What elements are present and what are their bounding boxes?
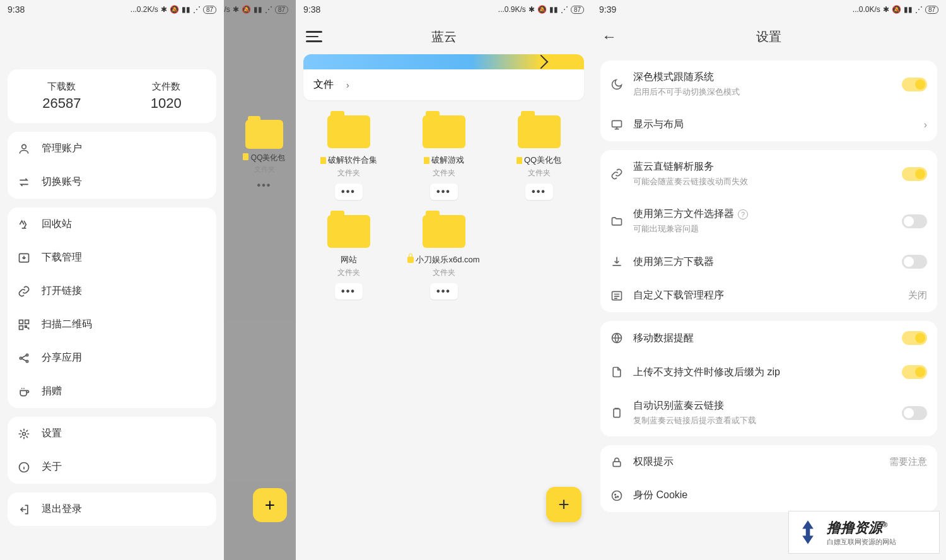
watermark-title: 撸撸资源® xyxy=(827,518,934,537)
switch-account-row[interactable]: 切换账号 xyxy=(8,165,216,199)
scan-qr-row[interactable]: 扫描二维码 xyxy=(8,308,216,341)
fab-add[interactable]: + xyxy=(253,488,287,522)
zip-suffix-row[interactable]: 上传不支持文件时修改后缀为 zip xyxy=(600,355,937,389)
globe-icon xyxy=(610,332,623,344)
mute-icon: 🔕 xyxy=(892,5,901,14)
svg-point-17 xyxy=(617,496,619,497)
setting-subtitle: 复制蓝奏云链接后提示查看或下载 xyxy=(633,415,892,426)
statusbar-time: 9:38 xyxy=(303,4,320,15)
folder-item[interactable]: 破解游戏 文件夹 ••• xyxy=(399,110,489,205)
direct-link-row[interactable]: 蓝云直链解析服务 可能会随蓝奏云链接改动而失效 xyxy=(600,150,937,197)
share-app-row[interactable]: 分享应用 xyxy=(8,341,216,375)
download-manager-row[interactable]: 下载管理 xyxy=(8,241,216,274)
monitor-icon xyxy=(610,119,623,131)
app-group: 设置 关于 xyxy=(8,417,216,484)
navigation-drawer: 9:38 ...0.2K/s ✱ 🔕 ▮▮ ⋰ 87 下载数 26587 文件数… xyxy=(0,0,224,560)
folder-icon xyxy=(245,120,283,149)
banner-image[interactable] xyxy=(303,54,584,69)
folder-more-button[interactable]: ••• xyxy=(335,184,363,200)
third-party-downloader-row[interactable]: 使用第三方下载器 xyxy=(600,245,937,279)
donate-row[interactable]: 捐赠 xyxy=(8,375,216,408)
row-label: 关于 xyxy=(42,460,62,474)
doc-badge-icon xyxy=(320,157,326,164)
mute-icon: 🔕 xyxy=(170,5,179,14)
folder-item[interactable]: 小刀娱乐x6d.com 文件夹 ••• xyxy=(399,210,489,305)
signal-icon: ▮▮ xyxy=(549,5,558,14)
setting-title: 身份 Cookie xyxy=(633,489,927,502)
files-stat: 文件数 1020 xyxy=(151,81,182,112)
fab-add[interactable]: + xyxy=(546,487,581,522)
dark-mode-follow-row[interactable]: 深色模式跟随系统 启用后不可手动切换深色模式 xyxy=(600,61,937,108)
row-label: 切换账号 xyxy=(42,175,82,189)
breadcrumb-root: 文件 xyxy=(313,78,334,91)
toggle-switch[interactable] xyxy=(902,78,927,91)
doc-badge-icon xyxy=(243,153,248,160)
folder-more-button[interactable]: ••• xyxy=(335,283,363,300)
svg-rect-4 xyxy=(20,325,23,329)
permission-alert-row[interactable]: 权限提示 需要注意 xyxy=(600,445,937,479)
setting-title: 自动识别蓝奏云链接 xyxy=(633,399,892,412)
coffee-icon xyxy=(18,385,30,398)
folder-icon xyxy=(518,115,561,148)
help-icon[interactable]: ? xyxy=(738,209,748,219)
toggle-switch[interactable] xyxy=(902,214,927,228)
folder-item[interactable]: 网站 文件夹 ••• xyxy=(303,210,394,305)
qr-icon xyxy=(18,318,30,331)
logout-row[interactable]: 退出登录 xyxy=(8,493,216,526)
setting-title: 权限提示 xyxy=(633,455,879,469)
third-party-picker-row[interactable]: 使用第三方文件选择器 ? 可能出现兼容问题 xyxy=(600,197,937,245)
chevron-right-icon: › xyxy=(346,80,349,90)
svg-point-15 xyxy=(612,491,622,500)
account-group: 管理账户 切换账号 xyxy=(8,132,216,199)
toggle-switch[interactable] xyxy=(902,331,927,345)
toggle-switch[interactable] xyxy=(902,365,927,379)
signal-icon: ▮▮ xyxy=(904,5,913,14)
folder-type: 文件夹 xyxy=(528,168,551,178)
screen-drawer: 9:38 ...0.2K/s ✱ 🔕 ▮▮ ⋰ 87 QQ美化包 文件夹 •••… xyxy=(0,0,296,560)
auto-detect-link-row[interactable]: 自动识别蓝奏云链接 复制蓝奏云链接后提示查看或下载 xyxy=(600,389,937,436)
folder-more-button[interactable]: ••• xyxy=(430,184,458,200)
folder-item[interactable]: QQ美化包 文件夹 ••• xyxy=(494,110,584,205)
toggle-switch[interactable] xyxy=(902,167,927,181)
toggle-switch[interactable] xyxy=(902,406,927,420)
recycle-bin-row[interactable]: 回收站 xyxy=(8,207,216,241)
setting-title: 移动数据提醒 xyxy=(633,332,892,345)
battery-icon: 87 xyxy=(925,6,938,14)
toggle-switch[interactable] xyxy=(902,255,927,269)
wifi-icon: ⋰ xyxy=(561,5,568,14)
settings-row[interactable]: 设置 xyxy=(8,417,216,450)
statusbar-speed: ...0.0K/s xyxy=(853,5,880,14)
manage-account-row[interactable]: 管理账户 xyxy=(8,132,216,165)
row-label: 退出登录 xyxy=(42,503,82,516)
back-button[interactable]: ← xyxy=(602,28,617,45)
bluetooth-icon: ✱ xyxy=(161,5,167,14)
cookie-row[interactable]: 身份 Cookie xyxy=(600,479,937,512)
statusbar-speed: ...0.2K/s xyxy=(131,5,158,14)
display-layout-row[interactable]: 显示与布局 › xyxy=(600,108,937,141)
breadcrumb[interactable]: 文件 › xyxy=(303,69,584,100)
statusbar: 9:38 ...0.9K/s ✱ 🔕 ▮▮ ⋰ 87 xyxy=(296,0,592,19)
svg-point-0 xyxy=(22,144,26,149)
svg-point-16 xyxy=(615,494,616,495)
app-title: 蓝云 xyxy=(431,28,457,45)
folder-icon xyxy=(327,115,370,148)
download-icon xyxy=(610,255,623,268)
setting-subtitle: 启用后不可手动切换深色模式 xyxy=(633,86,892,98)
folder-grid: 破解软件合集 文件夹 ••• 破解游戏 文件夹 ••• QQ美化包 文件夹 ••… xyxy=(296,110,592,305)
bg-folder-sub: 文件夹 xyxy=(233,165,296,174)
mobile-data-alert-row[interactable]: 移动数据提醒 xyxy=(600,321,937,355)
svg-point-5 xyxy=(20,357,21,359)
open-link-row[interactable]: 打开链接 xyxy=(8,274,216,308)
user-icon xyxy=(18,143,30,155)
tools-group: 回收站 下载管理 打开链接 扫描二维码 分享应用 xyxy=(8,207,216,408)
folder-icon xyxy=(610,215,623,228)
behavior-group: 移动数据提醒 上传不支持文件时修改后缀为 zip 自动识别蓝奏云链接 复制蓝奏云… xyxy=(600,321,937,436)
clipboard-icon xyxy=(610,407,623,419)
folder-more-button[interactable]: ••• xyxy=(525,184,553,200)
folder-more-button[interactable]: ••• xyxy=(430,283,458,300)
custom-download-manager-row[interactable]: 自定义下载管理程序 关闭 xyxy=(600,279,937,312)
about-row[interactable]: 关于 xyxy=(8,450,216,484)
folder-item[interactable]: 破解软件合集 文件夹 ••• xyxy=(303,110,394,205)
svg-rect-13 xyxy=(614,409,620,417)
menu-button[interactable] xyxy=(306,28,322,45)
